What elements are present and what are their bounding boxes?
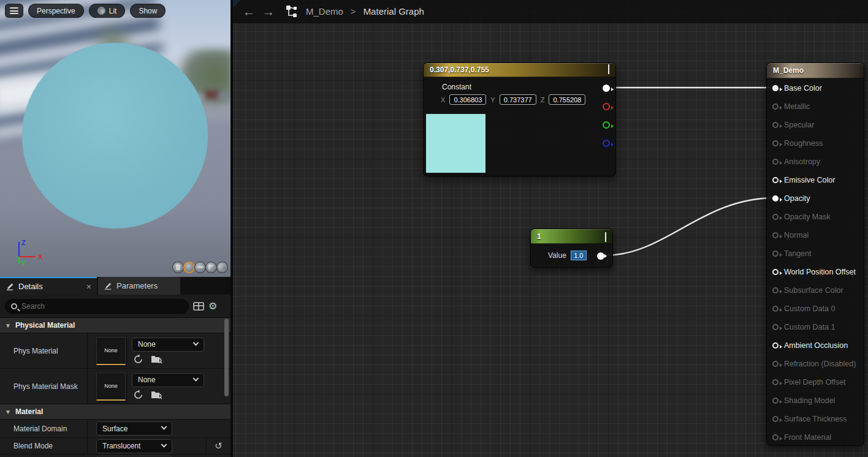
row-blend-mode: Blend Mode Translucent ↺ — [0, 437, 230, 454]
material-node-header[interactable]: M_Demo — [767, 63, 864, 78]
browse-to-asset-icon[interactable] — [151, 390, 162, 399]
section-physical-material[interactable]: ▼ Physical Material — [0, 317, 230, 333]
material-result-node[interactable]: M_Demo Base Color Metallic Specular Roug… — [766, 62, 864, 446]
material-pin[interactable]: Opacity — [772, 189, 810, 208]
search-box[interactable] — [5, 299, 189, 314]
perspective-button[interactable]: Perspective — [28, 4, 84, 18]
details-panel: Details × Parameters ⚙ ▼ Physical Materi… — [0, 277, 230, 457]
lit-button[interactable]: Lit — [89, 4, 126, 18]
expand-chevron-down-icon[interactable] — [605, 232, 606, 241]
material-pin[interactable]: Roughness — [772, 134, 823, 153]
show-button[interactable]: Show — [130, 4, 166, 18]
viewport-toolbar: Perspective Lit Show — [5, 4, 166, 18]
breadcrumb-root[interactable]: M_Demo — [306, 6, 343, 17]
tab-parameters-label: Parameters — [116, 281, 158, 290]
material-pin[interactable]: Metallic — [772, 97, 810, 116]
section-title: Material — [15, 407, 43, 416]
output-pin-r[interactable] — [603, 103, 610, 110]
search-input[interactable] — [21, 302, 156, 311]
material-pin[interactable]: Shading Model — [772, 391, 835, 410]
viewport-menu-button[interactable] — [5, 4, 23, 18]
material-graph-canvas[interactable]: ← → M_Demo > Material Graph 0.307,0.737,… — [233, 0, 868, 457]
axis-z-label: Z — [21, 239, 26, 246]
tab-details[interactable]: Details × — [0, 277, 97, 295]
scalar-output-pin[interactable] — [597, 252, 604, 260]
material-pin[interactable]: Surface Thickness — [772, 410, 847, 428]
back-arrow-button[interactable]: ← — [243, 6, 255, 18]
material-pin[interactable]: Emissive Color — [772, 171, 835, 189]
output-pin-b[interactable] — [603, 140, 610, 147]
tab-close-icon[interactable]: × — [86, 282, 91, 291]
material-pin[interactable]: Normal — [772, 226, 809, 244]
material-pin[interactable]: Custom Data 1 — [772, 318, 835, 336]
constant-type-label: Constant — [442, 83, 471, 91]
perspective-label: Perspective — [37, 7, 75, 15]
pin-circle-icon — [772, 361, 779, 367]
section-material[interactable]: ▼ Material — [0, 404, 230, 419]
shape-plane-button[interactable] — [194, 262, 206, 273]
settings-gear-icon[interactable]: ⚙ — [208, 301, 217, 311]
pin-circle-icon — [772, 379, 779, 385]
shape-cylinder-button[interactable] — [172, 262, 184, 273]
scalar-constant-node[interactable]: 1 Value 1.0 — [530, 228, 613, 268]
material-pin[interactable]: Refraction (Disabled) — [772, 355, 856, 373]
chevron-down-icon — [161, 441, 167, 447]
preview-viewport[interactable]: Perspective Lit Show Z X Y — [0, 0, 230, 277]
chevron-down-icon — [161, 424, 167, 430]
phys-material-dropdown[interactable]: None — [132, 338, 204, 352]
details-scrollbar[interactable] — [224, 319, 229, 396]
pin-circle-icon — [772, 159, 779, 165]
shape-custom-mesh-button[interactable] — [216, 262, 228, 273]
browse-to-asset-icon[interactable] — [151, 354, 162, 364]
material-pin[interactable]: Opacity Mask — [772, 208, 831, 226]
output-pin-rgb[interactable] — [603, 85, 610, 92]
constant3-node[interactable]: 0.307,0.737,0.755 Constant X 0.306803 Y … — [423, 62, 616, 176]
reset-to-default-icon[interactable]: ↺ — [215, 440, 223, 451]
blend-mode-label: Blend Mode — [0, 438, 88, 454]
material-pin[interactable]: Anisotropy — [772, 153, 820, 171]
axis-y-label: Y — [21, 260, 26, 267]
pin-circle-icon — [772, 434, 779, 440]
graph-hierarchy-icon — [286, 5, 299, 18]
output-pin-g[interactable] — [603, 121, 610, 129]
material-pin[interactable]: Specular — [772, 116, 814, 134]
material-pin[interactable]: Base Color — [772, 79, 822, 97]
y-value-field[interactable]: 0.737377 — [500, 94, 536, 105]
x-value-field[interactable]: 0.306803 — [449, 94, 486, 105]
scalar-node-header[interactable]: 1 — [531, 229, 612, 244]
material-domain-dropdown[interactable]: Surface — [96, 421, 172, 436]
phys-material-mask-thumbnail[interactable]: None — [96, 372, 126, 401]
material-pin[interactable]: Tangent — [772, 244, 811, 263]
shape-sphere-button[interactable] — [183, 262, 195, 273]
material-pin[interactable]: Pixel Depth Offset — [772, 373, 846, 391]
pin-circle-icon — [772, 269, 779, 275]
row-material-domain: Material Domain Surface — [0, 419, 230, 437]
material-pin[interactable]: Ambient Occlusion — [772, 336, 848, 355]
value-field[interactable]: 1.0 — [571, 251, 587, 260]
wire-opacity[interactable] — [604, 198, 775, 255]
z-value-field[interactable]: 0.755208 — [549, 94, 585, 105]
phys-material-thumbnail[interactable]: None — [96, 337, 126, 365]
shape-cube-button[interactable] — [205, 262, 217, 273]
phys-material-mask-label: Phys Material Mask — [0, 369, 88, 404]
use-selected-asset-icon[interactable] — [133, 354, 143, 364]
display-filter-icon[interactable] — [193, 301, 204, 311]
phys-material-mask-dropdown[interactable]: None — [132, 373, 204, 387]
search-icon — [11, 303, 17, 309]
material-pin[interactable]: Custom Data 0 — [772, 300, 835, 318]
material-domain-label: Material Domain — [0, 420, 88, 437]
material-pin[interactable]: Subsurface Color — [772, 281, 843, 300]
collapse-chevron-up-icon[interactable] — [608, 66, 609, 74]
backdrop-car — [205, 91, 219, 99]
blend-mode-dropdown[interactable]: Translucent — [96, 439, 172, 453]
material-pin[interactable]: World Position Offset — [772, 263, 856, 281]
breadcrumb-current[interactable]: Material Graph — [364, 6, 424, 17]
material-pin[interactable]: Front Material — [772, 428, 831, 447]
tab-parameters[interactable]: Parameters — [98, 277, 180, 295]
forward-arrow-button[interactable]: → — [262, 6, 275, 18]
row-phys-material: Phys Material None None — [0, 333, 230, 368]
scalar-node-title: 1 — [537, 232, 541, 241]
constant3-node-header[interactable]: 0.307,0.737,0.755 — [424, 63, 615, 77]
pin-circle-icon — [772, 232, 779, 238]
use-selected-asset-icon[interactable] — [133, 390, 143, 400]
